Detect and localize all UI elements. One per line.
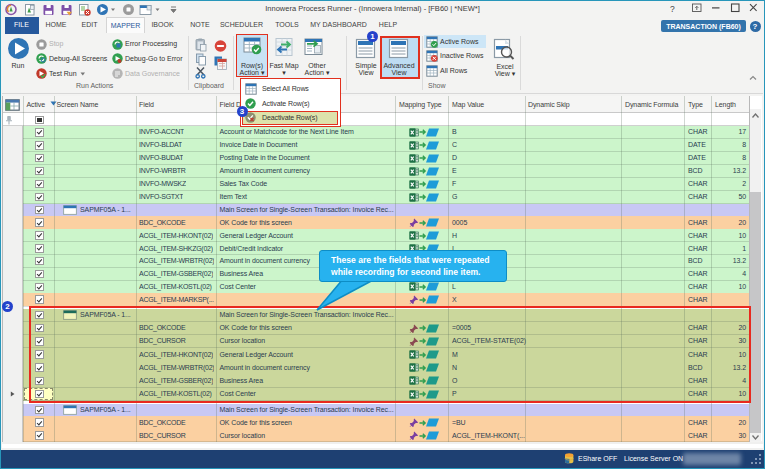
svg-text:?: ? [670,3,675,13]
